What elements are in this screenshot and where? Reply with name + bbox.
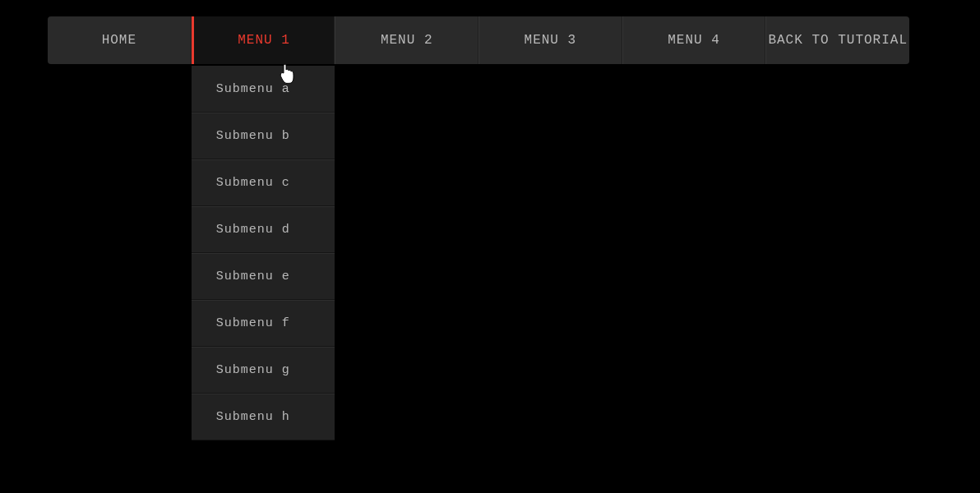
submenu-link[interactable]: Submenu a bbox=[192, 66, 335, 113]
submenu-link[interactable]: Submenu f bbox=[192, 300, 335, 347]
submenu-item[interactable]: Submenu h bbox=[192, 394, 335, 440]
submenu-link[interactable]: Submenu e bbox=[192, 253, 335, 300]
nav-item-menu-3[interactable]: Menu 3 bbox=[478, 16, 622, 64]
main-nav: Home Menu 1 Submenu a Submenu b Submenu … bbox=[48, 16, 909, 64]
nav-item-menu-4[interactable]: Menu 4 bbox=[622, 16, 766, 64]
submenu-link[interactable]: Submenu h bbox=[192, 394, 335, 440]
nav-link-back-to-tutorial[interactable]: Back to Tutorial bbox=[765, 16, 909, 64]
nav-link-menu-4[interactable]: Menu 4 bbox=[622, 16, 766, 64]
nav-item-home[interactable]: Home bbox=[48, 16, 192, 64]
nav-link-menu-2[interactable]: Menu 2 bbox=[335, 16, 478, 64]
nav-list: Home Menu 1 Submenu a Submenu b Submenu … bbox=[48, 16, 909, 64]
submenu-item[interactable]: Submenu c bbox=[192, 159, 335, 206]
submenu-item[interactable]: Submenu b bbox=[192, 113, 335, 159]
submenu-item[interactable]: Submenu e bbox=[192, 253, 335, 300]
nav-link-home[interactable]: Home bbox=[48, 16, 192, 64]
submenu-item[interactable]: Submenu d bbox=[192, 206, 335, 253]
submenu-menu-1: Submenu a Submenu b Submenu c Submenu d … bbox=[192, 66, 335, 440]
submenu-item[interactable]: Submenu f bbox=[192, 300, 335, 347]
nav-item-menu-2[interactable]: Menu 2 bbox=[335, 16, 478, 64]
nav-link-menu-3[interactable]: Menu 3 bbox=[478, 16, 622, 64]
submenu-link[interactable]: Submenu g bbox=[192, 347, 335, 394]
nav-item-menu-1[interactable]: Menu 1 Submenu a Submenu b Submenu c Sub… bbox=[192, 16, 335, 64]
submenu-link[interactable]: Submenu c bbox=[192, 159, 335, 206]
nav-link-menu-1[interactable]: Menu 1 bbox=[192, 16, 335, 64]
nav-item-back-to-tutorial[interactable]: Back to Tutorial bbox=[765, 16, 909, 64]
submenu-item[interactable]: Submenu a bbox=[192, 66, 335, 113]
submenu-item[interactable]: Submenu g bbox=[192, 347, 335, 394]
submenu-link[interactable]: Submenu b bbox=[192, 113, 335, 159]
submenu-link[interactable]: Submenu d bbox=[192, 206, 335, 253]
